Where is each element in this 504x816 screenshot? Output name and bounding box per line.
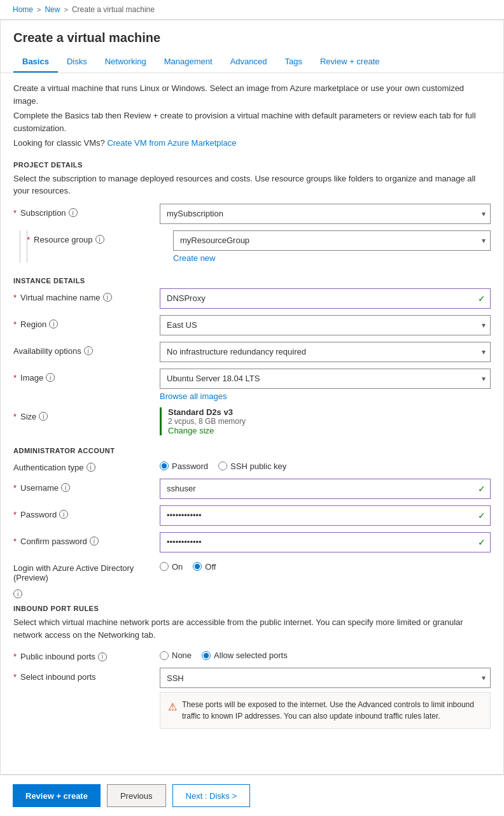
next-button[interactable]: Next : Disks > [172,784,251,807]
auth-type-info-icon[interactable]: i [87,463,95,472]
subscription-info-icon[interactable]: i [69,208,78,217]
aad-off-radio[interactable] [193,562,202,571]
aad-off-label[interactable]: Off [193,562,216,572]
tab-basics[interactable]: Basics [13,52,58,73]
breadcrumb-home[interactable]: Home [13,5,33,14]
password-info-icon[interactable]: i [59,510,68,519]
aad-info-row: i [13,589,491,599]
password-control: ✓ [160,505,491,526]
password-row: * Password i ✓ [13,505,491,526]
size-detail: 2 vcpus, 8 GB memory [168,417,491,426]
tab-management[interactable]: Management [155,52,221,73]
image-control: Ubuntu Server 18.04 LTS ▾ Browse all ima… [160,369,491,401]
auth-ssh-label[interactable]: SSH public key [218,461,286,471]
region-label: * Region i [13,315,153,329]
password-input-wrapper: ✓ [160,505,491,526]
availability-label: Availability options i [13,342,153,356]
size-info: Standard D2s v3 2 vcpus, 8 GB memory Cha… [168,407,491,435]
subscription-label: * Subscription i [13,204,153,218]
confirm-password-control: ✓ [160,532,491,552]
resource-group-control: myResourceGroup ▾ Create new [173,230,491,263]
resource-group-required: * [27,235,30,244]
vm-name-input[interactable] [160,288,491,309]
confirm-password-input[interactable] [160,532,491,552]
tab-advanced[interactable]: Advanced [221,52,276,73]
tab-disks[interactable]: Disks [58,52,96,73]
subscription-select-wrapper: mySubscription ▾ [160,204,491,224]
page-container: Home > New > Create a virtual machine Cr… [0,0,504,816]
create-new-link[interactable]: Create new [173,253,491,263]
ports-allow-radio[interactable] [202,651,211,660]
ports-none-label[interactable]: None [160,651,192,660]
section-project-details: PROJECT DETAILS [13,161,491,169]
breadcrumb-sep2: > [64,6,67,13]
password-input[interactable] [160,505,491,526]
ports-none-radio[interactable] [160,651,169,660]
region-select[interactable]: East US [160,315,491,335]
aad-on-label[interactable]: On [160,562,183,572]
main-card: Create a virtual machine Basics Disks Ne… [0,20,504,775]
availability-info-icon[interactable]: i [84,346,93,355]
public-ports-info-icon[interactable]: i [98,652,107,661]
public-ports-control: None Allow selected ports [160,647,491,660]
vm-name-label: * Virtual machine name i [13,288,153,302]
image-row: * Image i Ubuntu Server 18.04 LTS ▾ Brow… [13,369,491,401]
subscription-select[interactable]: mySubscription [160,204,491,224]
section-instance-details: INSTANCE DETAILS [13,277,491,285]
aad-on-radio[interactable] [160,562,169,571]
select-ports-select[interactable]: SSH [160,668,491,688]
vm-name-input-wrapper: ✓ [160,288,491,309]
auth-password-radio[interactable] [160,461,169,470]
classic-prefix: Looking for classic VMs? [13,138,105,148]
tab-tags[interactable]: Tags [276,52,311,73]
previous-button[interactable]: Previous [107,784,166,807]
confirm-password-row: * Confirm password i ✓ [13,532,491,552]
content-area: Create a virtual machine that runs Linux… [1,73,503,744]
confirm-password-info-icon[interactable]: i [90,537,99,545]
select-ports-row: * Select inbound ports SSH ▾ ⚠ These por… [13,668,491,729]
availability-row: Availability options i No infrastructure… [13,342,491,362]
username-input[interactable] [160,479,491,499]
subscription-row: * Subscription i mySubscription ▾ [13,204,491,224]
username-info-icon[interactable]: i [61,483,70,492]
image-label: * Image i [13,369,153,383]
username-row: * Username i ✓ [13,479,491,499]
ports-allow-label[interactable]: Allow selected ports [202,651,288,660]
size-name: Standard D2s v3 [168,407,491,417]
aad-extra-info-icon[interactable]: i [13,589,22,598]
description-line2: Complete the Basics tab then Review + cr… [13,109,491,134]
browse-images-link[interactable]: Browse all images [160,391,491,401]
resource-group-row: * Resource group i myResourceGroup ▾ Cre… [20,230,491,263]
breadcrumb: Home > New > Create a virtual machine [0,0,504,20]
availability-select-wrapper: No infrastructure redundancy required ▾ [160,342,491,362]
change-size-link[interactable]: Change size [168,426,214,435]
image-select[interactable]: Ubuntu Server 18.04 LTS [160,369,491,389]
availability-select[interactable]: No infrastructure redundancy required [160,342,491,362]
public-ports-label: * Public inbound ports i [13,647,153,661]
tab-networking[interactable]: Networking [96,52,155,73]
vm-name-row: * Virtual machine name i ✓ [13,288,491,309]
auth-type-row: Authentication type i Password SSH publi… [13,458,491,472]
review-create-button[interactable]: Review + create [13,784,101,807]
resource-group-info-icon[interactable]: i [95,235,104,244]
select-ports-control: SSH ▾ ⚠ These ports will be exposed to t… [160,668,491,729]
image-info-icon[interactable]: i [46,373,55,382]
description-classic: Looking for classic VMs? Create VM from … [13,137,491,150]
classic-vm-link[interactable]: Create VM from Azure Marketplace [107,138,236,148]
auth-type-label: Authentication type i [13,458,153,472]
auth-password-label[interactable]: Password [160,461,208,471]
page-title: Create a virtual machine [1,20,503,52]
region-info-icon[interactable]: i [49,320,58,328]
confirm-password-label: * Confirm password i [13,532,153,546]
breadcrumb-new[interactable]: New [45,5,60,14]
vm-name-info-icon[interactable]: i [103,293,112,302]
description-line1: Create a virtual machine that runs Linux… [13,82,491,107]
size-info-icon[interactable]: i [39,412,48,421]
password-label: * Password i [13,505,153,519]
auth-ssh-radio[interactable] [218,461,227,470]
password-check-icon: ✓ [478,510,486,521]
warning-icon: ⚠ [168,700,177,715]
tab-review-create[interactable]: Review + create [311,52,389,73]
auth-type-control: Password SSH public key [160,458,491,471]
resource-group-select[interactable]: myResourceGroup [173,230,491,251]
